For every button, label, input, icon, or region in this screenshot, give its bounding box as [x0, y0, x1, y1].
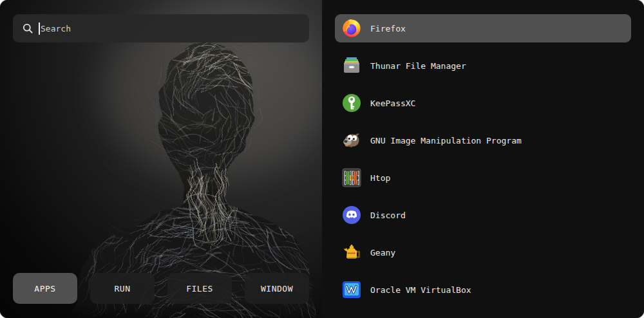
- app-label: Discord: [370, 210, 406, 220]
- tab-files[interactable]: FILES: [167, 273, 232, 304]
- firefox-icon: [341, 18, 362, 39]
- app-label: GNU Image Manipulation Program: [370, 136, 522, 145]
- list-item-gimp[interactable]: GNU Image Manipulation Program: [335, 126, 631, 154]
- app-launcher-window: APPS RUN FILES WINDOW Firefox Thunar Fil…: [0, 0, 644, 318]
- virtualbox-icon: [341, 279, 362, 300]
- app-list: Firefox Thunar File Manager KeePassXC GN…: [335, 14, 631, 304]
- mode-tabs: APPS RUN FILES WINDOW: [13, 273, 309, 304]
- gimp-icon: [341, 130, 362, 151]
- app-label: KeePassXC: [370, 98, 415, 108]
- htop-icon: [341, 167, 362, 188]
- thunar-icon: [341, 55, 362, 76]
- fiber-bust-artwork: [0, 0, 322, 318]
- search-icon: [23, 23, 33, 33]
- discord-icon: [341, 205, 362, 225]
- tab-window[interactable]: WINDOW: [245, 273, 309, 304]
- left-pane: APPS RUN FILES WINDOW: [0, 0, 322, 318]
- app-label: Oracle VM VirtualBox: [370, 285, 471, 295]
- search-bar[interactable]: [13, 14, 309, 42]
- tab-run[interactable]: RUN: [90, 273, 155, 304]
- list-item-htop[interactable]: Htop: [335, 164, 631, 192]
- keepassxc-icon: [341, 93, 362, 113]
- tab-apps[interactable]: APPS: [13, 273, 77, 304]
- app-list-pane: Firefox Thunar File Manager KeePassXC GN…: [322, 0, 644, 318]
- app-label: Firefox: [370, 24, 406, 33]
- app-label: Htop: [370, 173, 390, 183]
- list-item-thunar[interactable]: Thunar File Manager: [335, 51, 631, 80]
- list-item-geany[interactable]: Geany: [335, 238, 631, 267]
- app-label: Geany: [370, 248, 395, 257]
- list-item-virtualbox[interactable]: Oracle VM VirtualBox: [335, 276, 631, 304]
- app-label: Thunar File Manager: [370, 61, 466, 71]
- list-item-keepassxc[interactable]: KeePassXC: [335, 89, 631, 117]
- geany-icon: [341, 242, 362, 263]
- search-input[interactable]: [40, 24, 299, 33]
- list-item-discord[interactable]: Discord: [335, 201, 631, 229]
- list-item-firefox[interactable]: Firefox: [335, 14, 631, 42]
